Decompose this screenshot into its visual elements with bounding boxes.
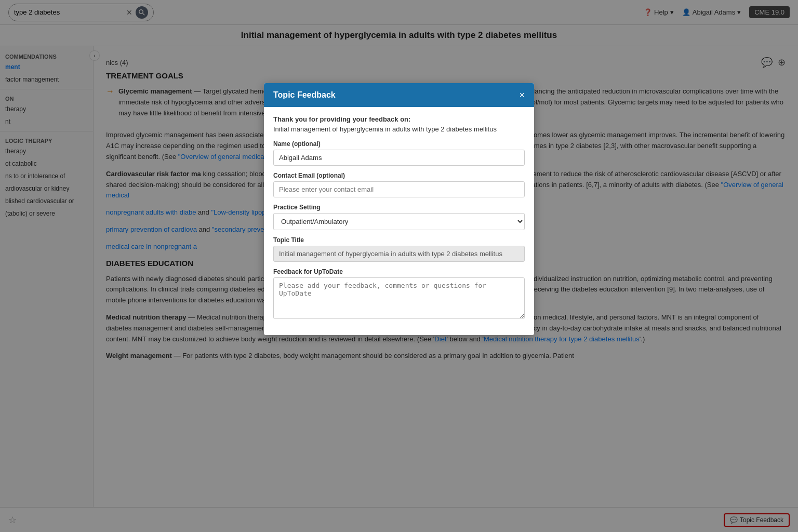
topic-title-label: Topic Title	[273, 236, 525, 244]
email-group: Contact Email (optional)	[273, 172, 525, 197]
modal-body: Thank you for providing your feedback on…	[264, 107, 534, 335]
topic-title-input[interactable]	[273, 246, 525, 262]
name-group: Name (optional)	[273, 140, 525, 166]
email-input[interactable]	[273, 181, 525, 197]
modal-title: Topic Feedback	[273, 90, 336, 100]
topic-feedback-modal: Topic Feedback × Thank you for providing…	[264, 83, 534, 335]
modal-close-button[interactable]: ×	[519, 90, 525, 100]
practice-label: Practice Setting	[273, 204, 525, 211]
feedback-for-label: Feedback for UpToDate	[273, 268, 525, 275]
practice-group: Practice Setting Outpatient/Ambulatory I…	[273, 204, 525, 230]
practice-select[interactable]: Outpatient/Ambulatory Inpatient Academic…	[273, 213, 525, 230]
topic-title-group: Topic Title	[273, 236, 525, 262]
modal-thank-you: Thank you for providing your feedback on…	[273, 115, 525, 123]
feedback-group: Feedback for UpToDate	[273, 268, 525, 321]
email-label: Contact Email (optional)	[273, 172, 525, 179]
feedback-textarea[interactable]	[273, 277, 525, 319]
modal-overlay: Topic Feedback × Thank you for providing…	[0, 0, 798, 530]
modal-topic-name: Initial management of hyperglycemia in a…	[273, 125, 525, 133]
modal-header: Topic Feedback ×	[264, 83, 534, 107]
name-input[interactable]	[273, 150, 525, 166]
name-label: Name (optional)	[273, 140, 525, 148]
